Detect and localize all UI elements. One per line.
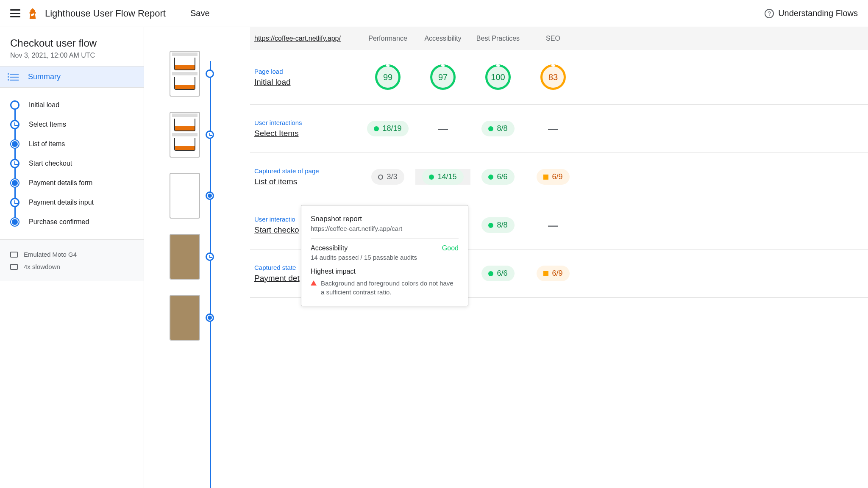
table-row: Captured state of page List of items 3/3… — [250, 153, 868, 201]
dash-icon: — — [548, 219, 558, 231]
nav-label: Payment details form — [29, 179, 92, 187]
tooltip-status: Good — [442, 244, 459, 252]
score-cell[interactable]: — — [526, 123, 581, 135]
fraction-badge: 6/9 — [537, 266, 569, 281]
environment-meta: Emulated Moto G4 4x slowdown — [0, 240, 144, 281]
score-cell[interactable]: 6/6 — [470, 266, 526, 281]
app-title: Lighthouse User Flow Report — [45, 8, 166, 19]
fraction-badge: 6/6 — [481, 266, 514, 281]
warning-triangle-icon — [311, 280, 317, 286]
timeline-node[interactable] — [157, 234, 237, 280]
table-row: User interactions Select Items 18/19—8/8… — [250, 105, 868, 153]
gauge-score: 100 — [485, 64, 511, 90]
score-cell[interactable]: 8/8 — [470, 121, 526, 136]
cat-seo: SEO — [526, 35, 581, 42]
summary-table: https://coffee-cart.netlify.app/ Perform… — [250, 27, 868, 488]
timeline-thumb — [170, 51, 200, 97]
tooltip-impact-text: Background and foreground colors do not … — [321, 279, 459, 297]
aperture-marker-icon — [10, 217, 19, 227]
table-header: https://coffee-cart.netlify.app/ Perform… — [250, 27, 868, 50]
help-label: Understanding Flows — [778, 8, 858, 18]
step-name[interactable]: Select Items — [254, 129, 360, 138]
cat-accessibility: Accessibility — [415, 35, 470, 42]
nav-item[interactable]: Purchase confirmed — [0, 212, 144, 232]
fraction-badge: 6/6 — [481, 169, 514, 185]
timeline-node[interactable] — [157, 112, 237, 158]
aperture-marker-icon — [206, 191, 214, 200]
nav-label: Payment details input — [29, 199, 94, 206]
score-cell[interactable]: — — [415, 123, 470, 135]
tooltip-impact-title: Highest impact — [311, 268, 459, 275]
score-cell[interactable]: 6/9 — [526, 266, 581, 281]
flow-title: Checkout user flow — [10, 37, 134, 49]
cpu-icon — [10, 264, 18, 270]
score-cell[interactable]: 99 — [360, 64, 415, 90]
score-cell[interactable]: 14/15 — [415, 169, 470, 185]
nav-item[interactable]: Select Items — [0, 115, 144, 134]
score-cell[interactable]: 3/3 — [360, 169, 415, 185]
timeline-node[interactable] — [157, 173, 237, 219]
cat-best-practices: Best Practices — [470, 35, 526, 42]
tooltip-detail: 14 audits passed / 15 passable audits — [311, 254, 459, 261]
flow-url[interactable]: https://coffee-cart.netlify.app/ — [250, 35, 360, 42]
clock-marker-icon — [10, 198, 19, 207]
summary-nav-item[interactable]: Summary — [0, 66, 144, 88]
tooltip-title: Snapshot report — [311, 215, 459, 223]
score-cell[interactable]: 8/8 — [470, 217, 526, 233]
flow-nav: Initial load Select Items List of items … — [0, 88, 144, 240]
clock-marker-icon — [10, 159, 19, 168]
fraction-badge: 14/15 — [422, 169, 463, 185]
nav-item[interactable]: Payment details form — [0, 173, 144, 193]
aperture-marker-icon — [206, 313, 214, 322]
dash-icon: — — [548, 123, 558, 135]
nav-label: Start checkout — [29, 160, 72, 167]
score-cell[interactable]: 6/9 — [526, 169, 581, 185]
table-row: Page load Initial load 999710083 — [250, 50, 868, 105]
score-cell[interactable]: — — [526, 219, 581, 231]
fraction-badge: 8/8 — [481, 121, 514, 136]
step-name[interactable]: List of items — [254, 177, 360, 186]
timeline-thumb — [170, 295, 200, 341]
timeline-thumb — [170, 112, 200, 158]
clock-marker-icon — [10, 120, 19, 129]
step-name[interactable]: Initial load — [254, 78, 360, 87]
flow-date: Nov 3, 2021, 12:00 AM UTC — [10, 52, 134, 59]
score-cell[interactable]: 97 — [415, 64, 470, 90]
nav-item[interactable]: Start checkout — [0, 154, 144, 173]
gauge-score: 83 — [540, 64, 566, 90]
tooltip-url: https://coffee-cart.netlify.app/cart — [311, 225, 459, 238]
nav-item[interactable]: Payment details input — [0, 193, 144, 212]
topbar: Lighthouse User Flow Report Save ? Under… — [0, 0, 868, 27]
fraction-badge: 3/3 — [371, 169, 404, 185]
fraction-badge: 18/19 — [367, 121, 408, 136]
list-icon — [10, 74, 19, 80]
timeline-thumb — [170, 234, 200, 280]
aperture-marker-icon — [10, 139, 19, 149]
timeline — [144, 27, 250, 488]
timeline-node[interactable] — [157, 295, 237, 341]
nav-label: Initial load — [29, 101, 59, 109]
aperture-marker-icon — [10, 178, 19, 188]
score-cell[interactable]: 100 — [470, 64, 526, 90]
snapshot-tooltip: Snapshot report https://coffee-cart.netl… — [301, 205, 468, 306]
score-cell[interactable]: 6/6 — [470, 169, 526, 185]
circle-marker-icon — [206, 69, 214, 78]
nav-item[interactable]: Initial load — [0, 95, 144, 115]
cat-performance: Performance — [360, 35, 415, 42]
gauge-score: 97 — [430, 64, 456, 90]
save-button[interactable]: Save — [190, 8, 210, 18]
nav-item[interactable]: List of items — [0, 134, 144, 154]
help-link[interactable]: ? Understanding Flows — [765, 8, 858, 18]
score-cell[interactable]: 18/19 — [360, 121, 415, 136]
timeline-node[interactable] — [157, 51, 237, 97]
gauge-score: 99 — [375, 64, 401, 90]
dash-icon: — — [438, 123, 448, 135]
menu-icon[interactable] — [10, 8, 20, 19]
fraction-badge: 8/8 — [481, 217, 514, 233]
step-type: Captured state of page — [254, 167, 360, 175]
tooltip-category: Accessibility — [311, 244, 348, 252]
score-cell[interactable]: 83 — [526, 64, 581, 90]
clock-marker-icon — [206, 130, 214, 139]
step-type: Page load — [254, 68, 360, 75]
step-type: User interactions — [254, 119, 360, 126]
